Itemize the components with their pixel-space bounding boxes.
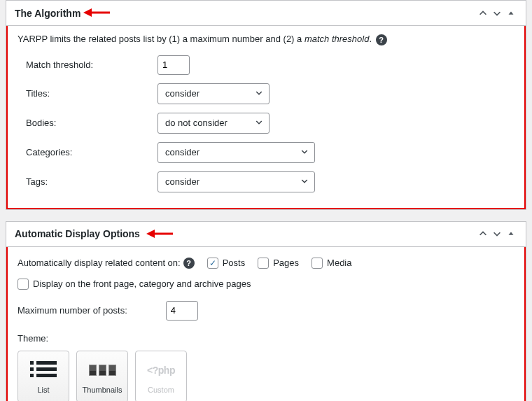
algorithm-title: The Algorithm (15, 8, 80, 19)
php-icon: <?php (146, 359, 176, 381)
max-posts-label: Maximum number of posts: (18, 305, 127, 316)
display-handle-actions (477, 227, 517, 240)
svg-marker-4 (146, 230, 155, 238)
display-options-header: Automatic Display Options (6, 222, 526, 247)
match-threshold-input[interactable] (158, 55, 190, 75)
algorithm-postbox: The Algorithm YARPP limits the related p… (6, 0, 526, 210)
theme-list-option[interactable]: List (18, 351, 69, 401)
categories-select[interactable]: consider (158, 142, 315, 163)
move-down-button[interactable] (491, 227, 503, 240)
tags-row: Tags: consider (18, 171, 514, 192)
thumbnails-icon (88, 359, 117, 381)
media-checkbox[interactable]: Media (312, 258, 351, 269)
max-posts-row: Maximum number of posts: (18, 301, 514, 321)
algorithm-handle-actions (477, 7, 517, 20)
categories-label: Categories: (18, 147, 158, 157)
annotation-arrow (146, 226, 174, 241)
tags-select[interactable]: consider (158, 171, 315, 192)
toggle-panel-button[interactable] (505, 7, 517, 20)
move-up-button[interactable] (477, 227, 489, 240)
chevron-down-icon (255, 88, 263, 99)
theme-custom-option[interactable]: <?php Custom (135, 351, 187, 401)
display-options-body: Automatically display related content on… (6, 246, 526, 401)
theme-label: Theme: (18, 333, 514, 344)
categories-row: Categories: consider (18, 142, 514, 163)
front-page-checkbox[interactable]: Display on the front page, category and … (18, 279, 514, 290)
chevron-down-icon (255, 118, 263, 128)
chevron-down-icon (300, 176, 309, 187)
pages-checkbox[interactable]: Pages (258, 258, 299, 269)
checkbox-icon (312, 258, 323, 269)
help-icon[interactable]: ? (183, 258, 195, 269)
max-posts-input[interactable] (166, 301, 198, 321)
bodies-row: Bodies: do not consider (18, 113, 514, 134)
display-options-postbox: Automatic Display Options Automatically … (6, 221, 526, 401)
titles-select[interactable]: consider (158, 83, 270, 104)
chevron-down-icon (300, 147, 309, 157)
tags-label: Tags: (18, 176, 158, 187)
checkbox-icon (18, 279, 29, 290)
svg-marker-2 (509, 11, 514, 14)
theme-thumbnails-option[interactable]: Thumbnails (76, 351, 128, 401)
display-options-title: Automatic Display Options (15, 228, 140, 239)
bodies-label: Bodies: (18, 118, 158, 128)
titles-row: Titles: consider (18, 83, 514, 104)
annotation-arrow (83, 5, 111, 20)
auto-display-row: Automatically display related content on… (18, 258, 514, 269)
svg-marker-5 (509, 232, 514, 234)
auto-display-label: Automatically display related content on… (18, 258, 181, 268)
list-icon (29, 359, 58, 381)
help-icon[interactable]: ? (376, 34, 387, 45)
algorithm-header: The Algorithm (6, 1, 526, 26)
move-down-button[interactable] (491, 7, 503, 20)
theme-picker: List Thumbnails <?php Custom (18, 351, 514, 401)
algorithm-body: YARPP limits the related posts list by (… (6, 25, 526, 209)
checkbox-icon (258, 258, 269, 269)
titles-label: Titles: (18, 88, 158, 99)
checkbox-icon (207, 258, 218, 269)
posts-checkbox[interactable]: Posts (207, 258, 246, 269)
algorithm-desc: YARPP limits the related posts list by (… (18, 34, 514, 45)
match-threshold-label: Match threshold: (18, 59, 158, 70)
match-threshold-row: Match threshold: (18, 55, 514, 75)
bodies-select[interactable]: do not consider (158, 113, 270, 134)
move-up-button[interactable] (477, 7, 489, 20)
toggle-panel-button[interactable] (505, 227, 517, 240)
svg-marker-1 (83, 8, 92, 17)
